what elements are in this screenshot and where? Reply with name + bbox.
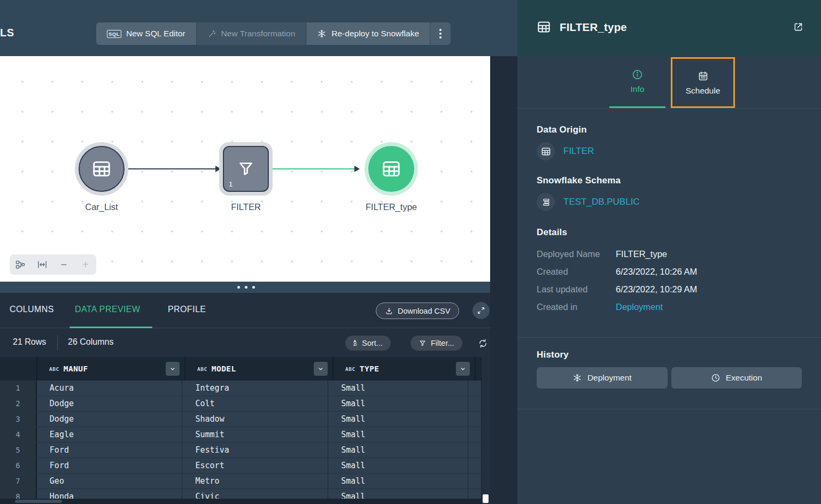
- table-row[interactable]: 2 Dodge Colt Small: [0, 396, 481, 412]
- download-csv-label: Download CSV: [398, 307, 450, 315]
- row-number: 8: [0, 489, 37, 499]
- refresh-button[interactable]: [476, 336, 490, 350]
- row-number: 1: [0, 381, 37, 396]
- cell-type: Small: [328, 474, 468, 489]
- cell-manuf: Ford: [37, 458, 183, 473]
- redeploy-to-snowflake-button[interactable]: Re-deploy to Snowflake: [306, 22, 430, 45]
- cell-overflow: [468, 412, 481, 427]
- column-menu-button[interactable]: [456, 362, 470, 376]
- edge-carlist-filter: [128, 168, 216, 169]
- table-row[interactable]: 5 Ford Festiva Small: [0, 443, 481, 458]
- detail-label: Last updated: [537, 284, 616, 294]
- corner-cell: [0, 357, 37, 381]
- table-row[interactable]: 4 Eagle Summit Small: [0, 427, 481, 443]
- abc-type-icon: ABC: [49, 366, 59, 372]
- column-header-type[interactable]: ABC TYPE: [334, 357, 476, 381]
- panel-tabs: Info Schedule: [517, 56, 821, 108]
- table-row[interactable]: 7 Geo Metro Small: [0, 474, 481, 489]
- fit-to-width-button[interactable]: [33, 255, 51, 274]
- vertical-scrollbar[interactable]: [481, 357, 490, 504]
- node-car-list[interactable]: Car_List: [75, 142, 128, 212]
- node-halo: [365, 142, 418, 196]
- chevron-down-icon: [169, 365, 176, 373]
- table-row[interactable]: 8 Honda Civic Small: [0, 489, 481, 499]
- preview-tabs: COLUMNS DATA PREVIEW PROFILE Download CS…: [0, 293, 490, 328]
- data-origin-link[interactable]: FILTER: [563, 146, 594, 157]
- zoom-in-button[interactable]: +: [76, 255, 95, 274]
- canvas-toolbar: − +: [10, 254, 96, 275]
- cell-manuf: Acura: [37, 381, 183, 396]
- cell-manuf: Honda: [37, 489, 183, 499]
- auto-layout-button[interactable]: [11, 255, 29, 274]
- node-label: FILTER_type: [366, 202, 417, 212]
- cell-overflow: [468, 443, 481, 458]
- resize-handle[interactable]: [237, 286, 255, 289]
- table-row[interactable]: 1 Acura Integra Small: [0, 381, 481, 396]
- column-name: MODEL: [212, 365, 236, 373]
- download-csv-button[interactable]: Download CSV: [376, 303, 459, 319]
- snowflake-schema-link[interactable]: TEST_DB.PUBLIC: [563, 197, 640, 207]
- expand-preview-button[interactable]: [473, 302, 490, 319]
- node-label: Car_List: [85, 202, 118, 212]
- open-in-new-button[interactable]: [793, 21, 804, 33]
- topbar: LS SQL New SQL Editor New Transformation…: [0, 0, 517, 56]
- section-divider: [517, 409, 821, 409]
- row-number: 2: [0, 396, 37, 411]
- snowflake-icon: [572, 373, 582, 383]
- column-header-model[interactable]: ABC MODEL: [185, 357, 334, 381]
- new-transformation-label: New Transformation: [221, 29, 296, 38]
- detail-value: 6/23/2022, 10:29 AM: [616, 284, 802, 294]
- cell-overflow: [468, 489, 481, 499]
- expand-icon: [477, 306, 485, 315]
- column-menu-button[interactable]: [166, 362, 180, 376]
- execution-history-button[interactable]: Execution: [671, 367, 802, 389]
- column-menu-button[interactable]: [314, 362, 328, 376]
- section-divider: [517, 337, 821, 338]
- new-transformation-button[interactable]: New Transformation: [197, 22, 307, 45]
- data-preview-table: ABC MANUF ABC MODEL ABC TYPE: [0, 357, 490, 504]
- horizontal-scrollbar-thumb[interactable]: [15, 500, 62, 503]
- more-menu-button[interactable]: [430, 22, 451, 45]
- column-name: MANUF: [64, 365, 88, 373]
- horizontal-scrollbar[interactable]: [0, 499, 481, 504]
- new-sql-editor-label: New SQL Editor: [126, 29, 185, 38]
- pipeline-canvas[interactable]: Car_List 1 FILTER FILTER_type: [0, 56, 490, 282]
- row-number: 5: [0, 443, 37, 458]
- panel-header: FILTER_type: [517, 0, 821, 56]
- topbar-button-group: SQL New SQL Editor New Transformation Re…: [96, 22, 451, 45]
- download-icon: [385, 307, 393, 315]
- cell-manuf: Dodge: [37, 396, 183, 411]
- vertical-scrollbar-thumb[interactable]: [483, 494, 489, 503]
- cell-overflow: [468, 474, 481, 489]
- row-number: 4: [0, 427, 37, 442]
- node-filter[interactable]: 1 FILTER: [219, 142, 273, 212]
- tab-profile[interactable]: PROFILE: [168, 305, 206, 314]
- table-row[interactable]: 6 Ford Escort Small: [0, 458, 481, 474]
- tab-columns[interactable]: COLUMNS: [10, 305, 54, 314]
- redeploy-label: Re-deploy to Snowflake: [331, 29, 419, 38]
- filter-button[interactable]: Filter...: [410, 336, 462, 351]
- created-in-link[interactable]: Deployment: [616, 302, 802, 312]
- column-header-manuf[interactable]: ABC MANUF: [37, 357, 185, 381]
- workbench: LS SQL New SQL Editor New Transformation…: [0, 0, 517, 504]
- tab-data-preview[interactable]: DATA PREVIEW: [75, 305, 140, 314]
- tab-schedule[interactable]: Schedule: [672, 71, 733, 96]
- cell-overflow: [468, 381, 481, 396]
- table-icon: [91, 159, 112, 179]
- new-sql-editor-button[interactable]: SQL New SQL Editor: [96, 22, 197, 45]
- node-shape: [79, 146, 125, 192]
- deployment-history-label: Deployment: [587, 373, 632, 383]
- deployment-history-button[interactable]: Deployment: [537, 367, 668, 389]
- tab-info[interactable]: Info: [609, 69, 665, 94]
- table-row[interactable]: 3 Dodge Shadow Small: [0, 412, 481, 427]
- node-filter-type[interactable]: FILTER_type: [365, 142, 418, 212]
- node-badge: 1: [229, 180, 233, 188]
- sort-label: Sort...: [362, 339, 383, 347]
- detail-row-created: Created 6/23/2022, 10:26 AM: [537, 263, 802, 281]
- table-meta-row: 21 Rows 26 Columns AZ ↓ Sort... Filter..…: [0, 329, 490, 357]
- zoom-out-button[interactable]: −: [55, 255, 73, 274]
- edge-filter-filtertype: [272, 168, 355, 169]
- preview-section: COLUMNS DATA PREVIEW PROFILE Download CS…: [0, 293, 490, 504]
- data-origin-row: FILTER: [537, 142, 802, 160]
- sort-button[interactable]: AZ ↓ Sort...: [345, 336, 391, 351]
